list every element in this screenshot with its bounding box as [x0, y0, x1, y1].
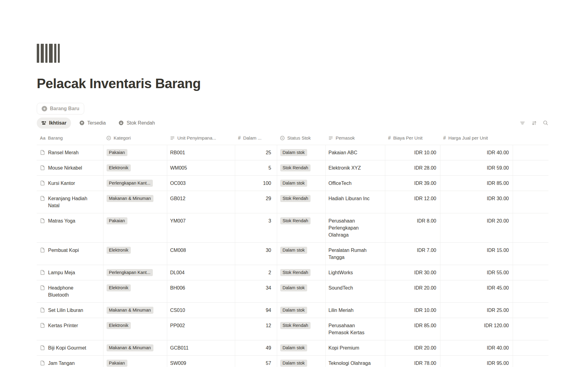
- cell-cost[interactable]: IDR 10.00: [385, 145, 440, 160]
- cell-status[interactable]: Dalam stok: [277, 280, 325, 303]
- cell-price[interactable]: IDR 95.00: [440, 356, 513, 367]
- cell-name[interactable]: Matras Yoga: [37, 213, 103, 243]
- tab-tersedia[interactable]: Tersedia: [75, 118, 110, 129]
- cell-category[interactable]: Makanan & Minuman: [103, 303, 167, 318]
- cell-category[interactable]: Perlengkapan Kant...: [103, 176, 167, 191]
- cell-status[interactable]: Dalam stok: [277, 243, 325, 265]
- column-header-sku[interactable]: Unit Penyimpana...: [167, 131, 235, 145]
- cell-name[interactable]: Ransel Merah: [37, 145, 103, 160]
- cell-price[interactable]: IDR 15.00: [440, 243, 513, 265]
- cell-qty[interactable]: 12: [235, 318, 277, 340]
- cell-sku[interactable]: RB001: [167, 145, 235, 160]
- cell-cost[interactable]: IDR 30.00: [385, 265, 440, 280]
- cell-category[interactable]: Elektronik: [103, 160, 167, 176]
- cell-category[interactable]: Perlengkapan Kant...: [103, 265, 167, 280]
- cell-qty[interactable]: 25: [235, 145, 277, 160]
- cell-category[interactable]: Elektronik: [103, 243, 167, 265]
- cell-sku[interactable]: OC003: [167, 176, 235, 191]
- column-header-qty[interactable]: #Dalam ...: [235, 131, 277, 145]
- cell-name[interactable]: Lampu Meja: [37, 265, 103, 280]
- tab-stok-rendah[interactable]: Stok Rendah: [114, 118, 160, 129]
- cell-price[interactable]: IDR 20.00: [440, 213, 513, 243]
- cell-supplier[interactable]: OfficeTech: [325, 176, 385, 191]
- cell-sku[interactable]: GCB011: [167, 340, 235, 356]
- cell-supplier[interactable]: Hadiah Liburan Inc: [325, 191, 385, 213]
- cell-cost[interactable]: IDR 28.00: [385, 160, 440, 176]
- cell-price[interactable]: IDR 45.00: [440, 280, 513, 303]
- barcode-icon[interactable]: [37, 44, 548, 63]
- column-header-price[interactable]: #Harga Jual per Unit: [440, 131, 513, 145]
- cell-sku[interactable]: WM005: [167, 160, 235, 176]
- cell-supplier[interactable]: Teknologi Olahraga: [325, 356, 385, 367]
- column-header-status[interactable]: Status Stok: [277, 131, 325, 145]
- cell-sku[interactable]: BH006: [167, 280, 235, 303]
- search-icon[interactable]: [543, 120, 548, 126]
- cell-name[interactable]: Keranjang Hadiah Natal: [37, 191, 103, 213]
- cell-supplier[interactable]: Pakaian ABC: [325, 145, 385, 160]
- cell-status[interactable]: Stok Rendah: [277, 191, 325, 213]
- cell-supplier[interactable]: Kopi Premium: [325, 340, 385, 356]
- cell-status[interactable]: Stok Rendah: [277, 213, 325, 243]
- cell-qty[interactable]: 29: [235, 191, 277, 213]
- cell-sku[interactable]: YM007: [167, 213, 235, 243]
- cell-name[interactable]: Pembuat Kopi: [37, 243, 103, 265]
- new-item-button[interactable]: + Barang Baru: [37, 103, 84, 114]
- cell-sku[interactable]: GB012: [167, 191, 235, 213]
- cell-supplier[interactable]: Perusahaan Perlengkapan Olahraga: [325, 213, 385, 243]
- cell-cost[interactable]: IDR 10.00: [385, 303, 440, 318]
- cell-sku[interactable]: PP002: [167, 318, 235, 340]
- cell-qty[interactable]: 5: [235, 160, 277, 176]
- cell-qty[interactable]: 3: [235, 213, 277, 243]
- cell-qty[interactable]: 100: [235, 176, 277, 191]
- cell-price[interactable]: IDR 55.00: [440, 265, 513, 280]
- tab-ikhtisar[interactable]: Ikhtisar: [37, 118, 71, 129]
- cell-price[interactable]: IDR 30.00: [440, 191, 513, 213]
- cell-status[interactable]: Stok Rendah: [277, 265, 325, 280]
- cell-qty[interactable]: 2: [235, 265, 277, 280]
- cell-status[interactable]: Dalam stok: [277, 303, 325, 318]
- column-header-name[interactable]: AaBarang: [37, 131, 103, 145]
- cell-price[interactable]: IDR 40.00: [440, 145, 513, 160]
- filter-icon[interactable]: [519, 120, 526, 126]
- cell-supplier[interactable]: Elektronik XYZ: [325, 160, 385, 176]
- cell-price[interactable]: IDR 120.00: [440, 318, 513, 340]
- cell-status[interactable]: Dalam stok: [277, 340, 325, 356]
- cell-category[interactable]: Makanan & Minuman: [103, 191, 167, 213]
- cell-name[interactable]: Headphone Bluetooth: [37, 280, 103, 303]
- cell-supplier[interactable]: SoundTech: [325, 280, 385, 303]
- cell-status[interactable]: Dalam stok: [277, 176, 325, 191]
- cell-category[interactable]: Elektronik: [103, 280, 167, 303]
- cell-name[interactable]: Mouse Nirkabel: [37, 160, 103, 176]
- cell-cost[interactable]: IDR 78.00: [385, 356, 440, 367]
- cell-price[interactable]: IDR 59.00: [440, 160, 513, 176]
- cell-cost[interactable]: IDR 20.00: [385, 340, 440, 356]
- cell-cost[interactable]: IDR 20.00: [385, 280, 440, 303]
- cell-sku[interactable]: CM008: [167, 243, 235, 265]
- cell-category[interactable]: Pakaian: [103, 145, 167, 160]
- cell-category[interactable]: Pakaian: [103, 356, 167, 367]
- cell-price[interactable]: IDR 85.00: [440, 176, 513, 191]
- cell-supplier[interactable]: Peralatan Rumah Tangga: [325, 243, 385, 265]
- cell-status[interactable]: Dalam stok: [277, 356, 325, 367]
- cell-category[interactable]: Elektronik: [103, 318, 167, 340]
- cell-price[interactable]: IDR 40.00: [440, 340, 513, 356]
- cell-cost[interactable]: IDR 39.00: [385, 176, 440, 191]
- cell-name[interactable]: Set Lilin Liburan: [37, 303, 103, 318]
- page-title[interactable]: Pelacak Inventaris Barang: [37, 76, 548, 92]
- cell-status[interactable]: Stok Rendah: [277, 160, 325, 176]
- cell-qty[interactable]: 34: [235, 280, 277, 303]
- column-header-supplier[interactable]: Pemasok: [325, 131, 385, 145]
- cell-qty[interactable]: 94: [235, 303, 277, 318]
- cell-qty[interactable]: 49: [235, 340, 277, 356]
- cell-cost[interactable]: IDR 85.00: [385, 318, 440, 340]
- cell-supplier[interactable]: Lilin Meriah: [325, 303, 385, 318]
- cell-name[interactable]: Biji Kopi Gourmet: [37, 340, 103, 356]
- cell-name[interactable]: Kursi Kantor: [37, 176, 103, 191]
- cell-supplier[interactable]: Perusahaan Pemasok Kertas: [325, 318, 385, 340]
- cell-category[interactable]: Makanan & Minuman: [103, 340, 167, 356]
- cell-cost[interactable]: IDR 12.00: [385, 191, 440, 213]
- cell-sku[interactable]: DL004: [167, 265, 235, 280]
- cell-cost[interactable]: IDR 8.00: [385, 213, 440, 243]
- cell-sku[interactable]: SW009: [167, 356, 235, 367]
- cell-name[interactable]: Jam Tangan: [37, 356, 103, 367]
